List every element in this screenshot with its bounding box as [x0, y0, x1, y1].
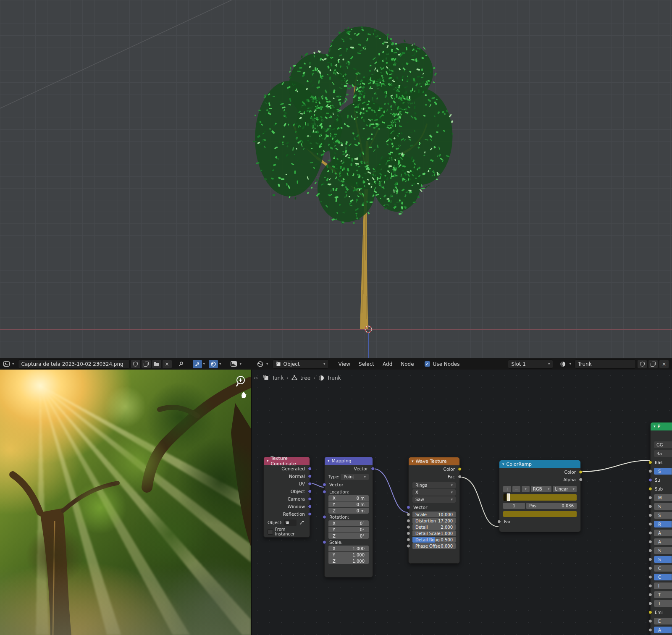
node-colorramp[interactable]: ▾ ColorRamp Color Alpha + − ▾ RGB▾ Linea… — [499, 460, 581, 532]
socket-vector[interactable] — [407, 506, 410, 509]
editor-type-caret-icon[interactable]: ▾ — [12, 362, 14, 366]
node-mapping[interactable]: ▾ Mapping Vector Type: Point ▾ Vector Lo… — [324, 457, 373, 577]
socket-vector[interactable] — [308, 505, 312, 509]
socket-flt[interactable] — [648, 549, 652, 553]
bsdf-row-r[interactable]: R — [654, 521, 672, 527]
material-caret-icon[interactable]: ▾ — [569, 362, 571, 366]
socket-vector[interactable] — [323, 515, 326, 519]
socket-vector[interactable] — [308, 497, 312, 501]
scale-y[interactable]: Y1.000 — [328, 552, 369, 558]
wave-direction-dropdown[interactable]: X▾ — [412, 489, 456, 496]
collapse-caret-icon[interactable]: ▾ — [412, 459, 414, 463]
shader-mode-dropdown[interactable]: Object ▾ — [273, 359, 329, 369]
socket-color[interactable] — [458, 467, 462, 471]
bsdf-row-s[interactable]: S — [654, 556, 672, 563]
socket-flt[interactable] — [648, 496, 652, 500]
stop-color-swatch[interactable] — [503, 511, 577, 517]
socket-flt[interactable] — [648, 619, 652, 623]
collapse-caret-icon[interactable]: ▾ — [328, 459, 330, 463]
type-dropdown[interactable]: Point ▾ — [341, 474, 369, 480]
socket-float[interactable] — [579, 478, 583, 482]
wave-profile-dropdown[interactable]: Saw▾ — [412, 496, 456, 503]
collapse-caret-icon[interactable]: ▾ — [502, 462, 504, 466]
socket-flt[interactable] — [648, 522, 652, 526]
browse-material-button[interactable] — [558, 360, 567, 368]
bsdf-row-s[interactable]: S — [654, 468, 672, 475]
material-name-field[interactable]: Trunk — [575, 359, 636, 369]
location-y[interactable]: Y0 m — [328, 501, 369, 507]
bsdf-row-a[interactable]: A — [654, 538, 672, 545]
bsdf-row-gg[interactable]: GG — [654, 441, 672, 448]
menu-select[interactable]: Select — [355, 361, 378, 367]
material-fake-user-button[interactable] — [638, 360, 647, 368]
object-picker-field[interactable] — [284, 520, 297, 526]
collapse-arrows-icon[interactable]: ‹› — [254, 375, 258, 381]
color-ramp-gradient[interactable] — [503, 494, 577, 501]
location-x[interactable]: X0 m — [328, 495, 369, 501]
socket-vector[interactable] — [371, 467, 375, 471]
stop-position-slider[interactable]: Pos 0.036 — [526, 503, 577, 509]
node-header[interactable]: ▾ Texture Coordinate — [264, 457, 310, 465]
unlink-image-button[interactable]: × — [163, 360, 172, 368]
collapse-caret-icon[interactable]: ▾ — [654, 425, 656, 428]
menu-view[interactable]: View — [335, 361, 354, 367]
node-header[interactable]: ▾ P — [651, 422, 672, 430]
socket-flt[interactable] — [648, 567, 652, 570]
ramp-options-button[interactable]: ▾ — [522, 486, 530, 492]
bsdf-row-c[interactable]: C — [654, 574, 672, 580]
param-detail[interactable]: Detail2.000 — [412, 524, 456, 530]
image-name-field[interactable]: Captura de tela 2023-10-02 230324.png — [18, 359, 130, 369]
stop-index-field[interactable]: 1 — [503, 503, 525, 509]
bsdf-row-e[interactable]: E — [654, 618, 672, 625]
socket-vector[interactable] — [308, 467, 312, 471]
bsdf-row-ra[interactable]: Ra — [654, 450, 672, 457]
rotation-x[interactable]: X0° — [328, 520, 369, 526]
gizmo-toggle-button[interactable] — [193, 360, 202, 368]
socket-vector[interactable] — [323, 483, 326, 487]
pin-button[interactable] — [176, 360, 186, 368]
socket-col[interactable] — [648, 611, 652, 614]
rotation-y[interactable]: Y0° — [328, 527, 369, 533]
scale-z[interactable]: Z1.000 — [328, 558, 369, 564]
socket-vector[interactable] — [308, 490, 312, 493]
socket-flt[interactable] — [648, 540, 652, 544]
node-texture-coordinate[interactable]: ▾ Texture Coordinate Generated Normal UV… — [263, 457, 310, 538]
editor-type-shader-button[interactable] — [255, 360, 265, 368]
channels-caret-icon[interactable]: ▾ — [240, 362, 242, 366]
bsdf-row-s[interactable]: S — [654, 503, 672, 510]
node-header[interactable]: ▾ ColorRamp — [499, 460, 580, 468]
socket-vector[interactable] — [308, 512, 312, 516]
socket-vector[interactable] — [323, 541, 326, 544]
socket-col[interactable] — [648, 461, 652, 464]
bsdf-row-i[interactable]: I — [654, 583, 672, 589]
remove-stop-button[interactable]: − — [512, 486, 520, 492]
socket-flt[interactable] — [648, 558, 652, 562]
breadcrumb-data[interactable]: tree — [300, 375, 310, 381]
socket-float[interactable] — [407, 544, 410, 548]
bsdf-row-su[interactable]: Su — [654, 477, 672, 483]
rotation-z[interactable]: Z0° — [328, 533, 369, 539]
socket-float[interactable] — [407, 519, 410, 523]
gizmo-caret-icon[interactable]: ▾ — [203, 362, 205, 366]
ramp-stop-0[interactable] — [504, 493, 507, 501]
socket-float[interactable] — [458, 475, 462, 479]
socket-vector[interactable] — [308, 482, 312, 486]
node-principled-bsdf[interactable]: ▾ P GGRaBasSSuSubMSSRAASSCCITTEmiEANor — [650, 422, 672, 635]
socket-float[interactable] — [407, 513, 410, 517]
socket-flt[interactable] — [648, 514, 652, 517]
bsdf-row-a[interactable]: A — [654, 627, 672, 633]
bsdf-row-s[interactable]: S — [654, 512, 672, 519]
node-header[interactable]: ▾ Mapping — [325, 457, 373, 465]
3d-viewport[interactable] — [0, 0, 672, 358]
socket-flt[interactable] — [648, 628, 652, 632]
bsdf-row-a[interactable]: A — [654, 530, 672, 536]
param-distortion[interactable]: Distortion17.200 — [412, 518, 456, 524]
socket-float[interactable] — [407, 538, 410, 542]
editor-type-image-button[interactable] — [2, 360, 11, 368]
socket-flt[interactable] — [648, 602, 652, 606]
ramp-stop-1-selected[interactable] — [507, 493, 510, 501]
scale-x[interactable]: X1.000 — [328, 546, 369, 551]
socket-flt[interactable] — [648, 584, 652, 588]
socket-col[interactable] — [648, 487, 652, 491]
zoom-gizmo-button[interactable] — [236, 375, 247, 390]
